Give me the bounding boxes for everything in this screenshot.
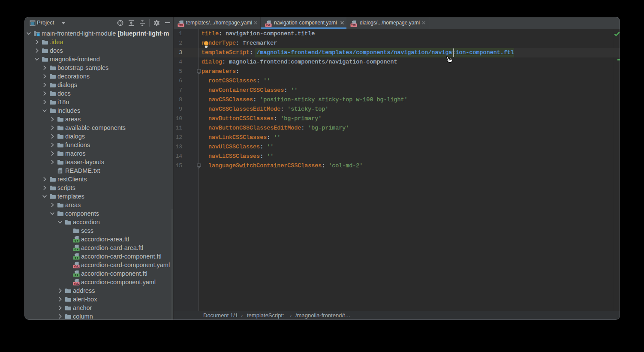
svg-text:YML: YML xyxy=(74,282,79,285)
svg-text:YML: YML xyxy=(178,24,184,27)
svg-text:YML: YML xyxy=(351,24,357,27)
svg-text:YML: YML xyxy=(266,24,271,27)
svg-text:YML: YML xyxy=(74,265,79,268)
